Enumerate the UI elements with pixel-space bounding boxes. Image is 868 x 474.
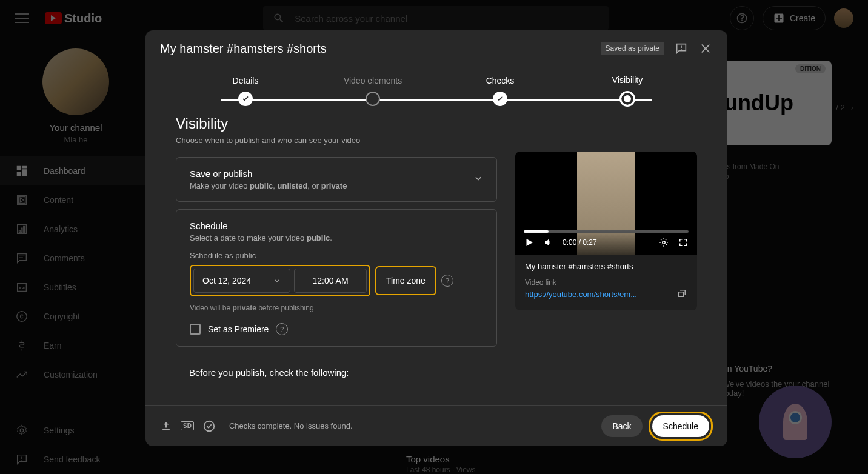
chevron-down-icon: [273, 276, 281, 285]
volume-icon[interactable]: [543, 237, 554, 248]
save-publish-card[interactable]: Save or publish Make your video public, …: [176, 157, 497, 202]
preview-title: My hamster #hamsters #shorts: [525, 262, 687, 271]
back-button[interactable]: Back: [601, 415, 642, 437]
step-circle-icon: [366, 92, 380, 106]
video-preview: 0:00 / 0:27 My hamster #hamsters #shorts…: [515, 152, 697, 310]
step-checks[interactable]: Checks: [436, 76, 564, 106]
modal-header: My hamster #hamsters #shorts Saved as pr…: [145, 30, 727, 67]
premiere-checkbox[interactable]: [190, 324, 201, 335]
close-button[interactable]: [698, 41, 713, 56]
step-label: Checks: [436, 76, 564, 85]
video-link-row: https://youtube.com/shorts/em...: [525, 288, 687, 301]
upload-modal: My hamster #hamsters #shorts Saved as pr…: [145, 30, 727, 446]
card-title: Save or publish: [190, 169, 483, 179]
modal-left: Visibility Choose when to publish and wh…: [176, 115, 497, 405]
preview-meta: My hamster #hamsters #shorts Video link …: [515, 255, 697, 310]
visibility-heading: Visibility: [176, 115, 497, 132]
step-label: Visibility: [564, 75, 691, 85]
chevron-down-icon: [472, 172, 484, 187]
date-picker[interactable]: Oct 12, 2024: [193, 269, 290, 293]
premiere-label: Set as Premiere: [208, 324, 269, 334]
step-visibility[interactable]: Visibility: [564, 75, 691, 107]
footer-status: Checks complete. No issues found.: [229, 421, 353, 430]
help-icon[interactable]: ?: [441, 275, 453, 287]
modal-footer: SD Checks complete. No issues found. Bac…: [145, 405, 727, 446]
video-link[interactable]: https://youtube.com/shorts/em...: [525, 290, 637, 299]
player-controls: 0:00 / 0:27: [515, 230, 697, 255]
send-feedback-button[interactable]: [674, 41, 689, 56]
premiere-row: Set as Premiere ?: [190, 323, 483, 335]
check-icon: [493, 92, 507, 106]
datetime-highlight: Oct 12, 2024 12:00 AM: [190, 265, 370, 296]
visibility-sub: Choose when to publish and who can see y…: [176, 136, 497, 145]
video-link-label: Video link: [525, 278, 687, 287]
modal-right: 0:00 / 0:27 My hamster #hamsters #shorts…: [515, 115, 697, 405]
check-circle-icon: [202, 419, 216, 433]
copy-icon[interactable]: [676, 288, 687, 301]
preview-player[interactable]: 0:00 / 0:27: [515, 152, 697, 255]
fullscreen-icon[interactable]: [678, 237, 689, 248]
schedule-note: Video will be private before publishing: [190, 304, 483, 312]
step-label: Video elements: [309, 76, 436, 85]
step-label: Details: [182, 76, 309, 85]
schedule-button[interactable]: Schedule: [652, 415, 709, 437]
schedule-card: Schedule Select a date to make your vide…: [176, 209, 497, 347]
svg-point-2: [663, 241, 666, 244]
card-sub: Select a date to make your video public.: [190, 233, 483, 242]
time-display: 0:00 / 0:27: [563, 238, 597, 247]
help-icon[interactable]: ?: [276, 323, 288, 335]
card-title: Schedule: [190, 221, 483, 231]
saved-badge: Saved as private: [601, 42, 664, 55]
modal-title: My hamster #hamsters #shorts: [160, 42, 591, 56]
time-picker[interactable]: 12:00 AM: [294, 269, 367, 293]
timezone-button[interactable]: Time zone: [375, 266, 436, 295]
svg-point-3: [204, 421, 215, 431]
before-publish-heading: Before you publish, check the following:: [176, 355, 497, 378]
step-details[interactable]: Details: [182, 76, 309, 106]
date-value: Oct 12, 2024: [202, 276, 251, 285]
check-icon: [238, 92, 253, 106]
step-circle-icon: [619, 91, 635, 107]
card-sub: Make your video public, unlisted, or pri…: [190, 181, 483, 190]
schedule-as-label: Schedule as public: [190, 251, 483, 260]
upload-icon: [160, 420, 172, 432]
timezone-label: Time zone: [386, 276, 426, 285]
sd-badge: SD: [181, 421, 194, 430]
step-video-elements[interactable]: Video elements: [309, 76, 436, 106]
play-icon[interactable]: [524, 237, 535, 248]
schedule-highlight: Schedule: [649, 412, 713, 441]
settings-icon[interactable]: [658, 237, 669, 248]
stepper: Details Video elements Checks Visibility: [145, 67, 727, 115]
time-value: 12:00 AM: [312, 276, 348, 285]
modal-body: Visibility Choose when to publish and wh…: [145, 115, 727, 405]
